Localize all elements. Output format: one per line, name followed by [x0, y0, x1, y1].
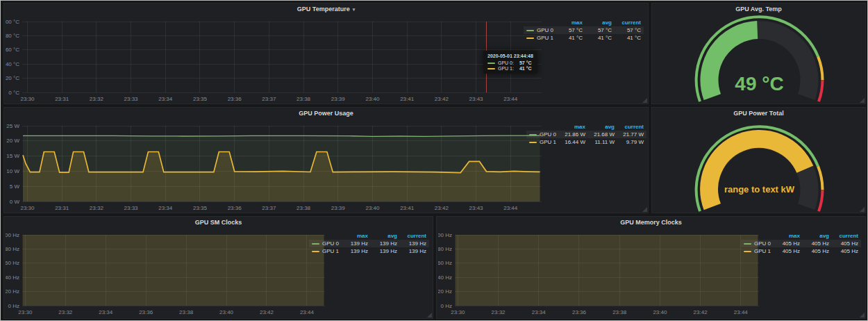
svg-text:20 Hz: 20 Hz [438, 288, 452, 295]
gauge-threshold-ring [818, 166, 823, 190]
legend-row: GPU 021.86 W21.68 W21.77 W [526, 131, 646, 138]
svg-text:23:36: 23:36 [228, 96, 242, 102]
legend-row: GPU 1405 Hz405 Hz405 Hz [741, 247, 861, 255]
series-color-dash-icon [526, 38, 534, 39]
tooltip-series-name: GPU 1: [498, 66, 514, 71]
legend-table: maxavgcurrentGPU 0405 Hz405 Hz405 HzGPU … [741, 232, 861, 255]
legend-header-current[interactable]: current [832, 232, 861, 240]
svg-text:23:40: 23:40 [365, 205, 380, 211]
legend-series-toggle[interactable]: GPU 1 [741, 247, 774, 255]
svg-text:0 Hz: 0 Hz [441, 303, 452, 309]
svg-text:23:36: 23:36 [139, 309, 153, 315]
gauge-threshold-ring [819, 80, 823, 101]
chart-tooltip: 2020-05-01 23:44:48 GPU 0:57 °CGPU 1:41 … [483, 51, 537, 74]
panel-title-text: GPU Power Total [733, 110, 783, 117]
gpu-temperature-chart[interactable]: 0 °C20 °C40 °C60 °C80 °C100 °C23:3023:31… [6, 15, 549, 104]
panel-title-gpu-memory-clocks[interactable]: GPU Memory Clocks [437, 217, 865, 228]
legend-row: GPU 141 °C41 °C41 °C [524, 34, 644, 42]
legend-row: GPU 057 °C57 °C57 °C [524, 26, 644, 34]
series-color-dash-icon [529, 142, 537, 143]
panel-resize-handle[interactable] [642, 98, 647, 103]
svg-text:0 Hz: 0 Hz [8, 303, 19, 309]
panel-gpu-sm-clocks: GPU SM Clocks 0 Hz20 Hz40 Hz60 Hz80 Hz10… [3, 216, 433, 319]
legend-header-avg[interactable]: avg [371, 232, 400, 240]
legend-header-max[interactable]: max [559, 123, 588, 131]
series-color-dash-icon [487, 63, 495, 64]
svg-text:23:32: 23:32 [90, 96, 104, 102]
gpu-memory-clocks-chart[interactable]: 0 Hz20 Hz40 Hz60 Hz80 Hz100 Hz23:3023:32… [438, 228, 766, 317]
tooltip-row: GPU 1:41 °C [487, 66, 533, 71]
panel-resize-handle[interactable] [642, 207, 647, 212]
svg-text:23:31: 23:31 [55, 205, 69, 211]
panel-resize-handle[interactable] [860, 313, 865, 318]
series-color-dash-icon [312, 243, 319, 245]
svg-text:100 Hz: 100 Hz [438, 232, 452, 238]
legend-table: maxavgcurrentGPU 057 °C57 °C57 °CGPU 141… [524, 19, 644, 42]
gpu-power-usage-chart[interactable]: 0 W5 W10 W15 W20 W25 W23:3023:3123:3223:… [6, 119, 549, 213]
panel-title-gpu-avg-temp[interactable]: GPU Avg. Temp [652, 3, 865, 15]
legend-series-toggle[interactable]: GPU 0 [741, 240, 774, 247]
svg-text:23:35: 23:35 [193, 205, 208, 211]
svg-text:23:37: 23:37 [262, 96, 276, 102]
tooltip-timestamp: 2020-05-01 23:44:48 [487, 54, 533, 58]
legend-header-avg[interactable]: avg [588, 123, 617, 131]
svg-text:23:42: 23:42 [694, 309, 708, 315]
svg-text:23:42: 23:42 [435, 96, 449, 102]
legend-series-toggle[interactable]: GPU 1 [524, 34, 556, 42]
svg-text:40 °C: 40 °C [6, 61, 19, 67]
svg-text:23:44: 23:44 [503, 205, 518, 211]
legend-series-toggle[interactable]: GPU 0 [526, 131, 559, 138]
series-area [456, 228, 758, 306]
legend-header-avg[interactable]: avg [803, 232, 832, 240]
legend-header-row: maxavgcurrent [309, 232, 429, 240]
panel-resize-handle[interactable] [860, 98, 865, 103]
svg-text:0 W: 0 W [10, 199, 20, 205]
legend-header-avg[interactable]: avg [585, 19, 615, 26]
svg-text:20 W: 20 W [6, 138, 19, 144]
legend-row: GPU 0405 Hz405 Hz405 Hz [741, 240, 861, 247]
panel-resize-handle[interactable] [427, 313, 432, 318]
legend-series-toggle[interactable]: GPU 1 [526, 138, 559, 146]
svg-text:23:41: 23:41 [400, 205, 415, 211]
svg-text:80 Hz: 80 Hz [6, 246, 19, 252]
legend-series-toggle[interactable]: GPU 0 [524, 26, 556, 34]
tooltip-row: GPU 0:57 °C [487, 60, 533, 65]
svg-text:0 °C: 0 °C [8, 90, 19, 96]
svg-text:23:34: 23:34 [99, 309, 113, 315]
gauge-fill [709, 139, 805, 207]
legend-header-max[interactable]: max [774, 232, 803, 240]
svg-text:23:38: 23:38 [297, 205, 311, 211]
panel-menu-caret-icon[interactable]: ▾ [353, 7, 356, 12]
legend-header-current[interactable]: current [617, 123, 646, 131]
legend-value: 405 Hz [832, 247, 861, 255]
panel-gpu-memory-clocks: GPU Memory Clocks 0 Hz20 Hz40 Hz60 Hz80 … [436, 216, 866, 319]
panel-gpu-power-total: GPU Power Total range to text kW [651, 107, 866, 213]
tooltip-series-name: GPU 0: [498, 60, 514, 65]
legend-header-current[interactable]: current [615, 19, 644, 26]
legend-row: GPU 1139 Hz139 Hz139 Hz [309, 247, 429, 255]
legend-header-max[interactable]: max [342, 232, 371, 240]
legend-value: 21.77 W [617, 131, 646, 138]
svg-text:23:43: 23:43 [469, 96, 484, 102]
panel-title-gpu-sm-clocks[interactable]: GPU SM Clocks [4, 217, 433, 228]
panel-title-gpu-temperature[interactable]: GPU Temperature▾ [4, 3, 648, 15]
legend-header-max[interactable]: max [556, 19, 585, 26]
svg-text:23:30: 23:30 [20, 96, 35, 102]
panel-title-text: GPU Memory Clocks [620, 219, 682, 226]
legend-series-toggle[interactable]: GPU 1 [309, 247, 342, 255]
legend-value: 21.68 W [588, 131, 617, 138]
panel-title-gpu-power-usage[interactable]: GPU Power Usage [4, 108, 648, 119]
legend-header-current[interactable]: current [400, 232, 429, 240]
svg-text:23:40: 23:40 [365, 96, 380, 102]
legend-value: 57 °C [556, 26, 585, 34]
svg-text:25 W: 25 W [6, 123, 19, 129]
svg-text:80 Hz: 80 Hz [438, 246, 452, 252]
series-group [23, 135, 540, 201]
panel-title-gpu-power-total[interactable]: GPU Power Total [652, 108, 865, 119]
legend-table: maxavgcurrentGPU 021.86 W21.68 W21.77 WG… [526, 123, 646, 146]
legend-series-toggle[interactable]: GPU 0 [309, 240, 342, 247]
svg-text:23:36: 23:36 [572, 309, 587, 315]
panel-resize-handle[interactable] [860, 207, 865, 212]
gpu-sm-clocks-chart[interactable]: 0 Hz20 Hz40 Hz60 Hz80 Hz100 Hz23:3023:32… [6, 228, 332, 317]
series-color-dash-icon [526, 30, 534, 31]
